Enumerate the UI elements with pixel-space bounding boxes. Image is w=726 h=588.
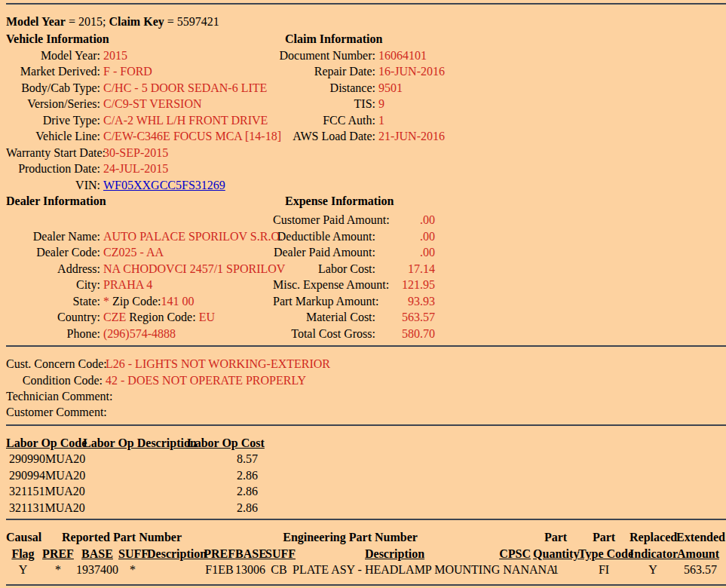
part-quantity-group-header: Part — [533, 529, 578, 545]
info-row: Model Year: 2015 Document Number: 160641… — [6, 47, 726, 63]
quantity-header: Quantity — [533, 546, 578, 562]
field-label: Production Date: — [6, 161, 100, 176]
country-region-value: CZE Region Code: EU — [100, 309, 273, 325]
table-row: 290994MUA20 2.86 — [6, 467, 726, 483]
field-value: CZ025 - AA — [100, 244, 273, 260]
field-label: Document Number: — [273, 47, 375, 63]
section-headings-row: Vehicle Information Claim Information — [6, 31, 726, 47]
engineering-base: 13006 — [235, 562, 265, 577]
divider — [6, 3, 726, 5]
field-label: Customer Comment: — [6, 404, 103, 420]
claim-summary-title: Model Year = 2015; Claim Key = 5597421 — [6, 14, 726, 29]
field-label: Repair Date: — [273, 63, 375, 79]
field-value: 21-JUN-2016 — [375, 128, 726, 144]
labor-op-code: 321151MUA20 — [6, 483, 83, 499]
claim-information-heading: Claim Information — [273, 31, 726, 47]
reported-suff: * — [118, 562, 147, 577]
engineering-description: PLATE ASY - HEADLAMP MOUNTING NANANA — [293, 562, 497, 577]
divider — [6, 424, 726, 426]
labor-op-code: 321131MUA20 — [6, 500, 83, 516]
causal-part-table: Causal Reported Part Number Engineering … — [6, 529, 720, 577]
field-value: .00 — [375, 244, 435, 260]
field-label: Dealer Name: — [6, 228, 100, 244]
field-value: 24-JUL-2015 — [100, 161, 273, 176]
equals-sign: = — [167, 15, 174, 28]
field-label: Vehicle Line: — [6, 128, 100, 144]
engineering-suff-header: SUFF — [265, 546, 293, 562]
info-row: Body/Cab Type: C/HC - 5 DOOR SEDAN-6 LIT… — [6, 80, 726, 96]
field-label: Cust. Concern Code: — [6, 356, 103, 372]
replaced-indicator: Y — [630, 562, 676, 577]
labor-op-description — [83, 451, 187, 467]
info-row: Customer Comment: — [6, 404, 726, 420]
country-label: Country: — [6, 309, 100, 325]
info-row: Production Date: 24-JUL-2015 — [6, 161, 726, 176]
reported-part-number-group-header: Reported Part Number — [40, 529, 204, 545]
empty-group-header — [497, 529, 533, 545]
field-label: Technician Comment: — [6, 388, 103, 404]
concern-section: Cust. Concern Code: L26 - LIGHTS NOT WOR… — [6, 356, 726, 421]
info-row: Cust. Concern Code: L26 - LIGHTS NOT WOR… — [6, 356, 726, 372]
info-row: Condition Code: 42 - DOES NOT OPERATE PR… — [6, 372, 726, 388]
field-label: Dealer Code: — [6, 244, 100, 260]
info-row: Market Derived: F - FORD Repair Date: 16… — [6, 63, 726, 79]
labor-op-description — [83, 500, 187, 516]
field-value: C/A-2 WHL L/H FRONT DRIVE — [100, 112, 273, 128]
model-year-key-value: 2015 — [78, 15, 103, 28]
cpsc-header: CPSC — [497, 546, 533, 562]
reported-pref-header: PREF — [40, 546, 76, 562]
claim-detail-page: Model Year = 2015; Claim Key = 5597421 V… — [0, 3, 726, 586]
field-value: 563.57 — [375, 309, 435, 325]
region-code-label: Region Code: — [129, 311, 195, 323]
field-value: 9 — [375, 96, 726, 112]
vin-label: VIN: — [6, 177, 100, 193]
divider — [6, 519, 726, 520]
field-label: Total Cost Gross: — [273, 326, 375, 341]
field-label: Labor Cost: — [273, 261, 375, 277]
vin-link[interactable]: WF05XXGCC5FS31269 — [103, 179, 225, 191]
field-label: Address: — [6, 261, 100, 277]
labor-op-cost: 2.86 — [187, 483, 258, 499]
field-value: .00 — [375, 212, 435, 228]
labor-table-header: Labor Op Code Labor Op Description Labor… — [6, 435, 726, 451]
vin-value: WF05XXGCC5FS31269 — [100, 177, 273, 193]
state-label: State: — [6, 293, 100, 309]
field-label: FCC Auth: — [273, 112, 375, 128]
replaced-group-header: Replaced — [630, 529, 676, 545]
causal-flag: Y — [6, 562, 40, 577]
country-value: CZE — [103, 311, 126, 323]
expense-information-heading: Expense Information — [273, 193, 726, 209]
field-value: C/HC - 5 DOOR SEDAN-6 LITE — [100, 80, 273, 96]
field-label: TIS: — [273, 96, 375, 112]
extended-group-header: Extended — [676, 529, 720, 545]
field-value: 16-JUN-2016 — [375, 63, 726, 79]
engineering-pref: F1EB — [204, 562, 235, 577]
field-label: Body/Cab Type: — [6, 80, 100, 96]
field-value: 93.93 — [375, 293, 435, 309]
field-label: Condition Code: — [6, 372, 103, 388]
field-value: L26 - LIGHTS NOT WORKING-EXTERIOR — [103, 356, 726, 372]
field-label: Model Year: — [6, 47, 100, 63]
info-row: Version/Series: C/C9-ST VERSION TIS: 9 — [6, 96, 726, 112]
field-label: Distance: — [273, 80, 375, 96]
equals-sign: = — [69, 15, 75, 28]
dealer-information-heading: Dealer Information — [6, 193, 273, 209]
field-value: F - FORD — [100, 63, 273, 79]
reported-pref: * — [40, 562, 76, 577]
field-label: Drive Type: — [6, 112, 100, 128]
field-value: NA CHODOVCI 2457/1 SPORILOV — [100, 261, 273, 277]
info-row: Drive Type: C/A-2 WHL L/H FRONT DRIVE FC… — [6, 112, 726, 128]
field-label: Version/Series: — [6, 96, 100, 112]
reported-suff-header: SUFF — [118, 546, 147, 562]
field-value: AUTO PALACE SPORILOV S.R.O. — [100, 228, 273, 244]
field-value: 2015 — [100, 47, 273, 63]
flag-header: Flag — [6, 546, 40, 562]
labor-op-description — [83, 467, 187, 483]
part-table-column-header-row: Flag PREF BASE SUFF Description PREF BAS… — [6, 546, 720, 562]
info-row: VIN: WF05XXGCC5FS31269 — [6, 177, 726, 193]
info-row: Address: NA CHODOVCI 2457/1 SPORILOV Lab… — [6, 261, 726, 277]
table-row: 321151MUA20 2.86 — [6, 483, 726, 499]
field-label: City: — [6, 277, 100, 292]
table-row: 321131MUA20 2.86 — [6, 500, 726, 516]
part-type-group-header: Part — [578, 529, 630, 545]
